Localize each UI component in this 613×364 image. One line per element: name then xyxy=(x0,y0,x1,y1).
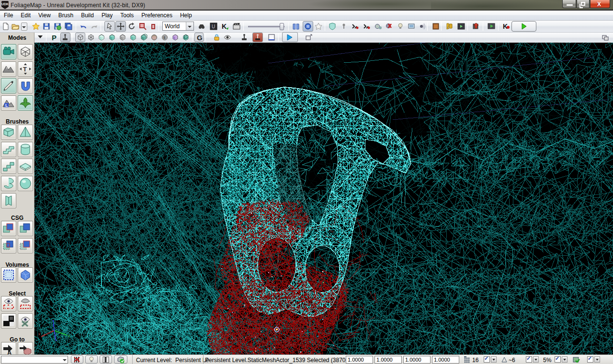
svg-text:T: T xyxy=(23,66,27,73)
svg-text:P: P xyxy=(52,34,57,41)
svg-text:$: $ xyxy=(163,35,166,40)
svg-text:L: L xyxy=(5,103,8,108)
svg-text:K: K xyxy=(503,23,508,30)
svg-text:x: x xyxy=(38,332,40,336)
svg-text:y: y xyxy=(68,333,70,338)
svg-text:U: U xyxy=(212,24,215,29)
svg-text:G: G xyxy=(197,34,203,41)
svg-text:K: K xyxy=(222,23,227,30)
